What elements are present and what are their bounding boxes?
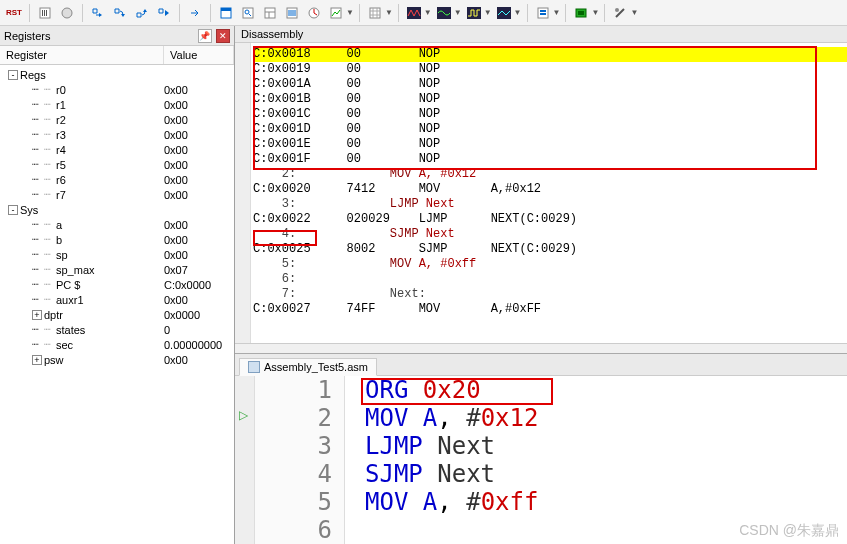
register-value: 0x00 <box>164 129 234 141</box>
register-row[interactable]: ┈┈r70x00 <box>0 187 234 202</box>
separator <box>604 4 605 22</box>
disassembly-line[interactable]: C:0x001C 00 NOP <box>253 107 847 122</box>
dropdown-icon[interactable]: ▼ <box>553 8 561 17</box>
disassembly-line[interactable]: 3: LJMP Next <box>253 197 847 212</box>
disassembly-line[interactable]: C:0x0025 8002 SJMP NEXT(C:0029) <box>253 242 847 257</box>
disassembly-line[interactable]: C:0x0018 00 NOP <box>253 47 847 62</box>
run-to-cursor-icon[interactable] <box>154 3 174 23</box>
register-row[interactable]: ┈┈r20x00 <box>0 112 234 127</box>
register-row[interactable]: ┈┈sp0x00 <box>0 247 234 262</box>
disassembly-line[interactable]: C:0x001F 00 NOP <box>253 152 847 167</box>
disassembly-line[interactable]: C:0x001D 00 NOP <box>253 122 847 137</box>
dropdown-icon[interactable]: ▼ <box>514 8 522 17</box>
register-row[interactable]: ┈┈auxr10x00 <box>0 292 234 307</box>
register-row[interactable]: ┈┈sp_max0x07 <box>0 262 234 277</box>
analyze-icon[interactable] <box>326 3 346 23</box>
expand-icon[interactable]: + <box>32 310 42 320</box>
register-row[interactable]: ┈┈a0x00 <box>0 217 234 232</box>
chip-icon[interactable] <box>571 3 591 23</box>
expand-icon[interactable]: - <box>8 70 18 80</box>
code-line[interactable]: ORG 0x20 <box>365 376 847 404</box>
code-line[interactable]: SJMP Next <box>365 460 847 488</box>
register-row[interactable]: +psw0x00 <box>0 352 234 367</box>
register-row[interactable]: ┈┈b0x00 <box>0 232 234 247</box>
register-row[interactable]: ┈┈r30x00 <box>0 127 234 142</box>
dropdown-icon[interactable]: ▼ <box>385 8 393 17</box>
disassembly-line[interactable]: C:0x0027 74FF MOV A,#0xFF <box>253 302 847 317</box>
col-value[interactable]: Value <box>164 46 234 64</box>
dropdown-icon[interactable]: ▼ <box>630 8 638 17</box>
svg-rect-10 <box>370 8 380 18</box>
h-scrollbar[interactable] <box>235 343 847 353</box>
dropdown-icon[interactable]: ▼ <box>454 8 462 17</box>
wave-3-icon[interactable] <box>464 3 484 23</box>
dropdown-icon[interactable]: ▼ <box>346 8 354 17</box>
code-line[interactable]: LJMP Next <box>365 432 847 460</box>
svg-rect-3 <box>221 8 231 11</box>
close-icon[interactable]: ✕ <box>216 29 230 43</box>
disassembly-line[interactable]: 5: MOV A, #0xff <box>253 257 847 272</box>
perf-icon[interactable] <box>304 3 324 23</box>
disassembly-title-label: Disassembly <box>241 28 303 40</box>
disassembly-line[interactable]: C:0x0022 020029 LJMP NEXT(C:0029) <box>253 212 847 227</box>
disassembly-line[interactable]: C:0x0020 7412 MOV A,#0x12 <box>253 182 847 197</box>
disassembly-line[interactable]: C:0x0019 00 NOP <box>253 62 847 77</box>
register-row[interactable]: -Regs <box>0 67 234 82</box>
step-out-icon[interactable] <box>132 3 152 23</box>
register-name: sec <box>56 339 164 351</box>
tools-icon[interactable] <box>610 3 630 23</box>
register-row[interactable]: ┈┈states0 <box>0 322 234 337</box>
disassembly-line[interactable]: 7: Next: <box>253 287 847 302</box>
right-pane: Disassembly C:0x0018 00 NOP C:0x0019 00 … <box>235 26 847 544</box>
code-line[interactable]: MOV A, #0x12 <box>365 404 847 432</box>
svg-point-20 <box>615 8 619 12</box>
line-numbers: 123456 <box>255 376 345 544</box>
register-row[interactable]: -Sys <box>0 202 234 217</box>
register-name: sp_max <box>56 264 164 276</box>
source-code[interactable]: ORG 0x20MOV A, #0x12LJMP NextSJMP NextMO… <box>345 376 847 544</box>
dropdown-icon[interactable]: ▼ <box>591 8 599 17</box>
register-row[interactable]: +dptr0x0000 <box>0 307 234 322</box>
find-icon[interactable] <box>238 3 258 23</box>
register-name: psw <box>44 354 164 366</box>
disassembly-body[interactable]: C:0x0018 00 NOP C:0x0019 00 NOP C:0x001A… <box>235 43 847 343</box>
run-icon[interactable] <box>35 3 55 23</box>
dropdown-icon[interactable]: ▼ <box>424 8 432 17</box>
grid-icon[interactable] <box>365 3 385 23</box>
expand-icon[interactable]: - <box>8 205 18 215</box>
breakpoints-icon[interactable] <box>282 3 302 23</box>
source-body[interactable]: ▷ 123456 ORG 0x20MOV A, #0x12LJMP NextSJ… <box>235 376 847 544</box>
register-row[interactable]: ┈┈r00x00 <box>0 82 234 97</box>
dropdown-icon[interactable]: ▼ <box>484 8 492 17</box>
step-into-icon[interactable] <box>88 3 108 23</box>
stack-icon[interactable] <box>533 3 553 23</box>
window-icon[interactable] <box>216 3 236 23</box>
wave-1-icon[interactable] <box>404 3 424 23</box>
register-row[interactable]: ┈┈r50x00 <box>0 157 234 172</box>
step-over-icon[interactable] <box>110 3 130 23</box>
register-row[interactable]: ┈┈r40x00 <box>0 142 234 157</box>
disassembly-line[interactable]: 2: MOV A, #0x12 <box>253 167 847 182</box>
col-register[interactable]: Register <box>0 46 164 64</box>
disassembly-line[interactable]: C:0x001B 00 NOP <box>253 92 847 107</box>
disassembly-line[interactable]: C:0x001A 00 NOP <box>253 77 847 92</box>
register-row[interactable]: ┈┈r10x00 <box>0 97 234 112</box>
disassembly-line[interactable]: 6: <box>253 272 847 287</box>
register-row[interactable]: ┈┈PC $C:0x0000 <box>0 277 234 292</box>
tab-assembly-file[interactable]: Assembly_Test5.asm <box>239 358 377 376</box>
disassembly-line[interactable]: 4: SJMP Next <box>253 227 847 242</box>
wave-2-icon[interactable] <box>434 3 454 23</box>
layout-icon[interactable] <box>260 3 280 23</box>
reset-icon[interactable]: RST <box>4 3 24 23</box>
registers-title-label: Registers <box>4 30 50 42</box>
register-row[interactable]: ┈┈sec0.00000000 <box>0 337 234 352</box>
register-row[interactable]: ┈┈r60x00 <box>0 172 234 187</box>
goto-icon[interactable] <box>185 3 205 23</box>
disassembly-line[interactable]: C:0x001E 00 NOP <box>253 137 847 152</box>
code-line[interactable]: MOV A, #0xff <box>365 488 847 516</box>
pin-icon[interactable]: 📌 <box>198 29 212 43</box>
stop-icon[interactable] <box>57 3 77 23</box>
wave-4-icon[interactable] <box>494 3 514 23</box>
expand-icon[interactable]: + <box>32 355 42 365</box>
registers-grid[interactable]: Register Value -Regs┈┈r00x00┈┈r10x00┈┈r2… <box>0 46 234 544</box>
